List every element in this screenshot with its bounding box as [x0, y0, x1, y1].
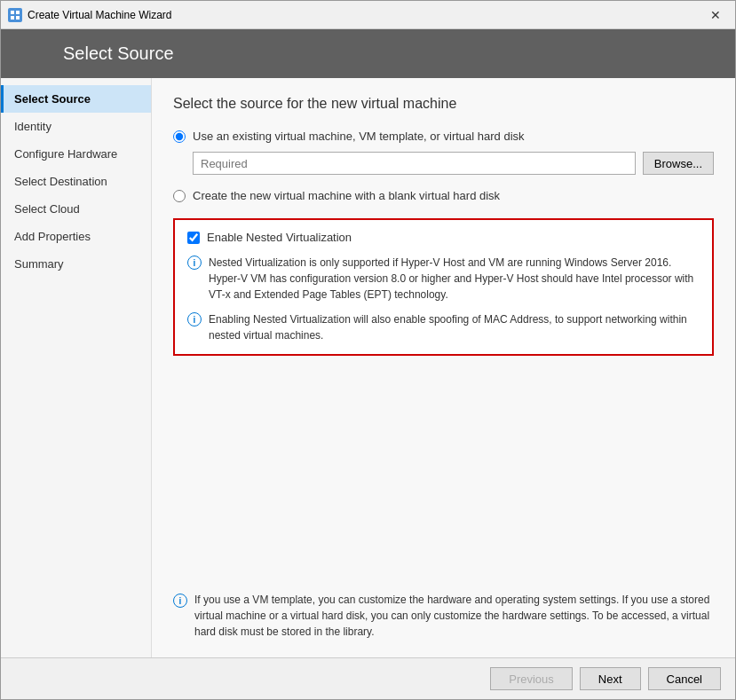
wizard-header: Select Source — [1, 29, 735, 78]
info-icon-2: i — [187, 312, 202, 326]
previous-button[interactable]: Previous — [490, 667, 573, 690]
sidebar-item-select-destination[interactable]: Select Destination — [1, 168, 151, 195]
nested-virt-info2-row: i Enabling Nested Virtualization will al… — [187, 311, 700, 343]
option1-radio[interactable] — [173, 130, 186, 143]
main-content: Select the source for the new virtual ma… — [152, 78, 735, 657]
option1-input-row: Browse... — [193, 152, 714, 175]
sidebar: Select Source Identity Configure Hardwar… — [1, 78, 152, 657]
nested-virt-checkbox-row: Enable Nested Virtualization — [187, 231, 700, 244]
main-title: Select the source for the new virtual ma… — [173, 96, 714, 112]
sidebar-item-configure-hardware[interactable]: Configure Hardware — [1, 140, 151, 168]
window-icon — [8, 8, 22, 22]
title-bar: Create Virtual Machine Wizard ✕ — [1, 1, 735, 29]
nested-virt-info1-text: Nested Virtualization is only supported … — [209, 255, 700, 303]
next-button[interactable]: Next — [580, 667, 641, 690]
wizard-title: Select Source — [63, 43, 717, 64]
nested-virt-box: Enable Nested Virtualization i Nested Vi… — [173, 218, 714, 356]
option1-row: Use an existing virtual machine, VM temp… — [173, 130, 714, 143]
info-icon-bottom: i — [173, 594, 187, 608]
nested-virt-checkbox[interactable] — [187, 232, 200, 244]
sidebar-item-select-source[interactable]: Select Source — [1, 85, 151, 113]
source-input[interactable] — [193, 152, 636, 175]
option2-radio[interactable] — [173, 190, 186, 202]
option2-row: Create the new virtual machine with a bl… — [173, 189, 714, 202]
sidebar-item-summary[interactable]: Summary — [1, 250, 151, 278]
nested-virt-info2-text: Enabling Nested Virtualization will also… — [209, 311, 700, 343]
option2-label[interactable]: Create the new virtual machine with a bl… — [193, 189, 500, 202]
wizard-window: Create Virtual Machine Wizard ✕ Select S… — [0, 0, 736, 700]
nested-virt-label[interactable]: Enable Nested Virtualization — [207, 231, 352, 244]
svg-rect-1 — [16, 11, 20, 14]
svg-rect-3 — [16, 16, 20, 20]
window-title: Create Virtual Machine Wizard — [28, 9, 703, 21]
wizard-body: Select Source Identity Configure Hardwar… — [1, 78, 735, 657]
bottom-info: i If you use a VM template, you can cust… — [173, 574, 714, 640]
option1-label[interactable]: Use an existing virtual machine, VM temp… — [193, 130, 525, 143]
cancel-button[interactable]: Cancel — [648, 667, 721, 690]
sidebar-item-add-properties[interactable]: Add Properties — [1, 223, 151, 250]
footer: Previous Next Cancel — [1, 657, 735, 699]
close-button[interactable]: ✕ — [703, 4, 728, 26]
svg-rect-0 — [11, 11, 14, 14]
browse-button[interactable]: Browse... — [643, 152, 714, 175]
nested-virt-info1-row: i Nested Virtualization is only supporte… — [187, 255, 700, 303]
bottom-info-text: If you use a VM template, you can custom… — [194, 592, 714, 640]
sidebar-item-identity[interactable]: Identity — [1, 113, 151, 140]
svg-rect-2 — [11, 16, 14, 20]
sidebar-item-select-cloud[interactable]: Select Cloud — [1, 195, 151, 223]
info-icon-1: i — [187, 256, 202, 270]
